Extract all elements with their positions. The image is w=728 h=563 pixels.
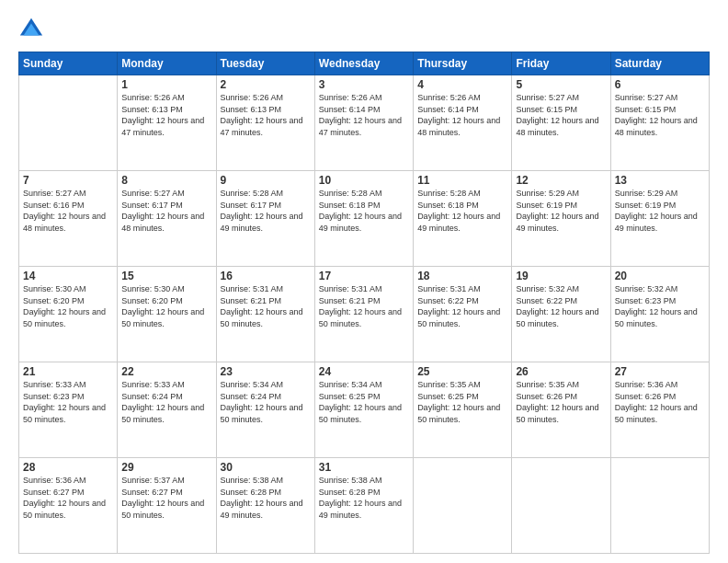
day-info: Sunrise: 5:36 AMSunset: 6:27 PMDaylight:… [23, 475, 113, 521]
day-info: Sunrise: 5:27 AMSunset: 6:15 PMDaylight:… [615, 92, 705, 138]
calendar-cell: 22Sunrise: 5:33 AMSunset: 6:24 PMDayligh… [118, 362, 216, 458]
calendar-cell: 17Sunrise: 5:31 AMSunset: 6:21 PMDayligh… [314, 267, 413, 362]
weekday-header-wednesday: Wednesday [314, 52, 413, 75]
calendar-cell: 2Sunrise: 5:26 AMSunset: 6:13 PMDaylight… [216, 75, 314, 171]
calendar-cell: 18Sunrise: 5:31 AMSunset: 6:22 PMDayligh… [414, 267, 512, 362]
day-info: Sunrise: 5:26 AMSunset: 6:13 PMDaylight:… [221, 92, 311, 138]
day-info: Sunrise: 5:31 AMSunset: 6:21 PMDaylight:… [221, 283, 311, 329]
calendar-cell: 12Sunrise: 5:29 AMSunset: 6:19 PMDayligh… [512, 171, 610, 267]
day-info: Sunrise: 5:31 AMSunset: 6:22 PMDaylight:… [417, 283, 507, 329]
day-number: 28 [23, 461, 113, 474]
calendar-cell: 10Sunrise: 5:28 AMSunset: 6:18 PMDayligh… [314, 171, 413, 267]
calendar-cell: 13Sunrise: 5:29 AMSunset: 6:19 PMDayligh… [610, 171, 709, 267]
logo-icon [18, 17, 44, 42]
calendar-table: SundayMondayTuesdayWednesdayThursdayFrid… [18, 52, 710, 554]
weekday-header-row: SundayMondayTuesdayWednesdayThursdayFrid… [19, 52, 710, 75]
weekday-header-friday: Friday [512, 52, 610, 75]
day-info: Sunrise: 5:26 AMSunset: 6:14 PMDaylight:… [319, 92, 409, 138]
day-info: Sunrise: 5:26 AMSunset: 6:14 PMDaylight:… [417, 92, 507, 138]
day-number: 20 [615, 270, 705, 282]
day-info: Sunrise: 5:34 AMSunset: 6:24 PMDaylight:… [221, 379, 311, 425]
day-number: 29 [121, 461, 211, 474]
calendar-cell: 11Sunrise: 5:28 AMSunset: 6:18 PMDayligh… [414, 171, 512, 267]
day-info: Sunrise: 5:34 AMSunset: 6:25 PMDaylight:… [319, 379, 409, 425]
day-info: Sunrise: 5:32 AMSunset: 6:23 PMDaylight:… [615, 283, 705, 329]
day-number: 17 [319, 270, 409, 282]
day-number: 18 [417, 270, 507, 282]
calendar-cell: 6Sunrise: 5:27 AMSunset: 6:15 PMDaylight… [610, 75, 709, 171]
day-info: Sunrise: 5:28 AMSunset: 6:18 PMDaylight:… [417, 188, 507, 234]
calendar-cell: 25Sunrise: 5:35 AMSunset: 6:25 PMDayligh… [414, 362, 512, 458]
day-info: Sunrise: 5:35 AMSunset: 6:25 PMDaylight:… [417, 379, 507, 425]
day-info: Sunrise: 5:33 AMSunset: 6:23 PMDaylight:… [23, 379, 113, 425]
calendar-cell: 16Sunrise: 5:31 AMSunset: 6:21 PMDayligh… [216, 267, 314, 362]
day-number: 30 [221, 461, 311, 474]
day-number: 1 [121, 78, 211, 91]
calendar-cell: 19Sunrise: 5:32 AMSunset: 6:22 PMDayligh… [512, 267, 610, 362]
day-info: Sunrise: 5:27 AMSunset: 6:15 PMDaylight:… [516, 92, 606, 138]
calendar-cell: 23Sunrise: 5:34 AMSunset: 6:24 PMDayligh… [216, 362, 314, 458]
day-number: 16 [221, 270, 311, 282]
day-number: 22 [121, 365, 211, 378]
day-info: Sunrise: 5:33 AMSunset: 6:24 PMDaylight:… [121, 379, 211, 425]
day-info: Sunrise: 5:26 AMSunset: 6:13 PMDaylight:… [121, 92, 211, 138]
calendar-cell: 21Sunrise: 5:33 AMSunset: 6:23 PMDayligh… [19, 362, 118, 458]
day-info: Sunrise: 5:30 AMSunset: 6:20 PMDaylight:… [121, 283, 211, 329]
day-number: 26 [516, 365, 606, 378]
day-number: 11 [417, 174, 507, 187]
day-number: 9 [221, 174, 311, 187]
day-number: 23 [221, 365, 311, 378]
day-number: 7 [23, 174, 113, 187]
calendar-cell [19, 75, 118, 171]
day-info: Sunrise: 5:32 AMSunset: 6:22 PMDaylight:… [516, 283, 606, 329]
day-number: 27 [615, 365, 705, 378]
day-number: 19 [516, 270, 606, 282]
calendar-cell [414, 458, 512, 554]
week-row-0: 1Sunrise: 5:26 AMSunset: 6:13 PMDaylight… [19, 75, 710, 171]
day-info: Sunrise: 5:27 AMSunset: 6:17 PMDaylight:… [121, 188, 211, 234]
day-info: Sunrise: 5:31 AMSunset: 6:21 PMDaylight:… [319, 283, 409, 329]
day-info: Sunrise: 5:35 AMSunset: 6:26 PMDaylight:… [516, 379, 606, 425]
calendar-cell: 29Sunrise: 5:37 AMSunset: 6:27 PMDayligh… [118, 458, 216, 554]
weekday-header-tuesday: Tuesday [216, 52, 314, 75]
day-info: Sunrise: 5:38 AMSunset: 6:28 PMDaylight:… [319, 475, 409, 521]
week-row-4: 28Sunrise: 5:36 AMSunset: 6:27 PMDayligh… [19, 458, 710, 554]
week-row-1: 7Sunrise: 5:27 AMSunset: 6:16 PMDaylight… [19, 171, 710, 267]
calendar-cell: 27Sunrise: 5:36 AMSunset: 6:26 PMDayligh… [610, 362, 709, 458]
day-number: 31 [319, 461, 409, 474]
logo [18, 17, 48, 42]
day-info: Sunrise: 5:30 AMSunset: 6:20 PMDaylight:… [23, 283, 113, 329]
day-info: Sunrise: 5:36 AMSunset: 6:26 PMDaylight:… [615, 379, 705, 425]
calendar-cell: 31Sunrise: 5:38 AMSunset: 6:28 PMDayligh… [314, 458, 413, 554]
weekday-header-monday: Monday [118, 52, 216, 75]
day-number: 10 [319, 174, 409, 187]
weekday-header-thursday: Thursday [414, 52, 512, 75]
calendar-cell: 3Sunrise: 5:26 AMSunset: 6:14 PMDaylight… [314, 75, 413, 171]
day-number: 25 [417, 365, 507, 378]
calendar-cell: 15Sunrise: 5:30 AMSunset: 6:20 PMDayligh… [118, 267, 216, 362]
day-info: Sunrise: 5:27 AMSunset: 6:16 PMDaylight:… [23, 188, 113, 234]
calendar-cell: 5Sunrise: 5:27 AMSunset: 6:15 PMDaylight… [512, 75, 610, 171]
day-number: 15 [121, 270, 211, 282]
week-row-2: 14Sunrise: 5:30 AMSunset: 6:20 PMDayligh… [19, 267, 710, 362]
day-number: 5 [516, 78, 606, 91]
day-number: 12 [516, 174, 606, 187]
calendar-cell: 26Sunrise: 5:35 AMSunset: 6:26 PMDayligh… [512, 362, 610, 458]
calendar-cell: 28Sunrise: 5:36 AMSunset: 6:27 PMDayligh… [19, 458, 118, 554]
weekday-header-saturday: Saturday [610, 52, 709, 75]
calendar-cell: 4Sunrise: 5:26 AMSunset: 6:14 PMDaylight… [414, 75, 512, 171]
day-number: 13 [615, 174, 705, 187]
day-number: 24 [319, 365, 409, 378]
calendar-cell: 20Sunrise: 5:32 AMSunset: 6:23 PMDayligh… [610, 267, 709, 362]
calendar-cell [512, 458, 610, 554]
day-info: Sunrise: 5:29 AMSunset: 6:19 PMDaylight:… [516, 188, 606, 234]
day-info: Sunrise: 5:28 AMSunset: 6:17 PMDaylight:… [221, 188, 311, 234]
calendar-cell: 1Sunrise: 5:26 AMSunset: 6:13 PMDaylight… [118, 75, 216, 171]
calendar-cell: 14Sunrise: 5:30 AMSunset: 6:20 PMDayligh… [19, 267, 118, 362]
day-number: 3 [319, 78, 409, 91]
day-number: 21 [23, 365, 113, 378]
week-row-3: 21Sunrise: 5:33 AMSunset: 6:23 PMDayligh… [19, 362, 710, 458]
day-number: 14 [23, 270, 113, 282]
calendar-cell: 7Sunrise: 5:27 AMSunset: 6:16 PMDaylight… [19, 171, 118, 267]
page: SundayMondayTuesdayWednesdayThursdayFrid… [0, 0, 728, 563]
